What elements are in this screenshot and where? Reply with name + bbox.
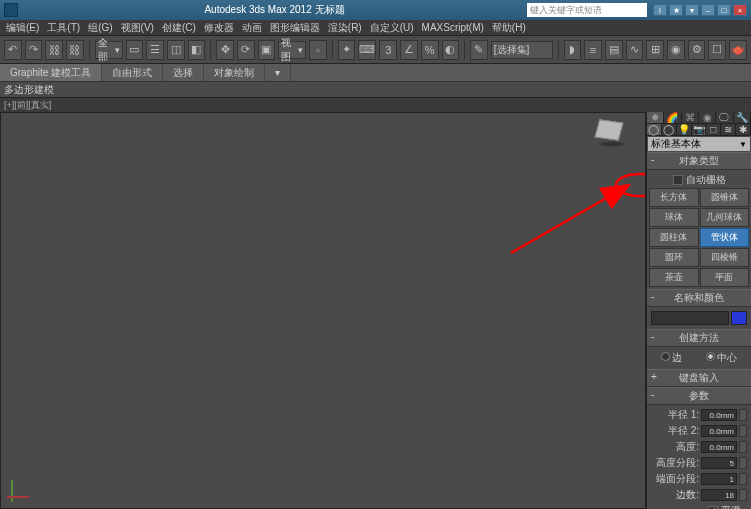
subribbon-label[interactable]: 多边形建模 xyxy=(4,83,54,97)
viewcube[interactable] xyxy=(597,121,627,147)
rollout-name-color[interactable]: 名称和颜色 xyxy=(647,289,751,307)
shapes-subtab-icon[interactable]: ◯ xyxy=(662,124,677,135)
spinner-radius1[interactable]: 0.0mm xyxy=(701,409,737,421)
render-setup-button[interactable]: ⚙ xyxy=(688,40,706,60)
menu-create[interactable]: 创建(C) xyxy=(160,21,198,35)
menu-views[interactable]: 视图(V) xyxy=(119,21,156,35)
spinner-radius2-arrows[interactable] xyxy=(739,425,747,437)
selection-filter-dropdown[interactable]: 全部 ▾ xyxy=(95,41,123,59)
material-editor-button[interactable]: ◉ xyxy=(667,40,685,60)
align-button[interactable]: ≡ xyxy=(584,40,602,60)
viewport-label[interactable]: [+][前][真实] xyxy=(0,98,751,112)
object-color-swatch[interactable] xyxy=(731,311,747,325)
btn-cone[interactable]: 圆锥体 xyxy=(700,188,750,207)
spinner-radius2[interactable]: 0.0mm xyxy=(701,425,737,437)
menu-edit[interactable]: 编辑(E) xyxy=(4,21,41,35)
mirror-button[interactable]: ◗ xyxy=(564,40,582,60)
rollout-params[interactable]: 参数 xyxy=(647,387,751,405)
menu-help[interactable]: 帮助(H) xyxy=(490,21,528,35)
category-dropdown[interactable]: 标准基本体▼ xyxy=(648,137,750,151)
rotate-button[interactable]: ⟳ xyxy=(237,40,255,60)
btn-sphere[interactable]: 球体 xyxy=(649,208,699,227)
scale-button[interactable]: ▣ xyxy=(258,40,276,60)
object-name-input[interactable] xyxy=(651,311,729,325)
select-region-button[interactable]: ◫ xyxy=(167,40,185,60)
cameras-subtab-icon[interactable]: 📷 xyxy=(692,124,707,135)
hierarchy-tab-icon[interactable]: ⌘ xyxy=(682,112,699,123)
radio-edge[interactable] xyxy=(661,352,670,361)
angle-snap-button[interactable]: ∠ xyxy=(400,40,418,60)
star-icon[interactable]: ★ xyxy=(669,4,683,16)
menu-group[interactable]: 组(G) xyxy=(86,21,114,35)
radio-center[interactable] xyxy=(706,352,715,361)
motion-tab-icon[interactable]: ◉ xyxy=(699,112,716,123)
move-button[interactable]: ✥ xyxy=(216,40,234,60)
menu-rendering[interactable]: 渲染(R) xyxy=(326,21,364,35)
window-crossing-button[interactable]: ◧ xyxy=(188,40,206,60)
render-button[interactable]: 🫖 xyxy=(729,40,747,60)
spinner-height-arrows[interactable] xyxy=(739,441,747,453)
modify-tab-icon[interactable]: 🌈 xyxy=(664,112,681,123)
close-button[interactable]: × xyxy=(733,4,747,16)
spinner-radius1-arrows[interactable] xyxy=(739,409,747,421)
spinner-sides-arrows[interactable] xyxy=(739,489,747,501)
spacewarps-subtab-icon[interactable]: ≋ xyxy=(721,124,736,135)
menu-maxscript[interactable]: MAXScript(M) xyxy=(420,22,486,33)
btn-teapot[interactable]: 茶壶 xyxy=(649,268,699,287)
viewport[interactable] xyxy=(0,112,646,509)
render-frame-button[interactable]: ☐ xyxy=(708,40,726,60)
systems-subtab-icon[interactable]: ✱ xyxy=(736,124,751,135)
redo-button[interactable]: ↷ xyxy=(25,40,43,60)
undo-button[interactable]: ↶ xyxy=(4,40,22,60)
percent-snap-button[interactable]: % xyxy=(421,40,439,60)
ribbon-tab-paint[interactable]: 对象绘制 xyxy=(204,64,265,81)
layers-button[interactable]: ▤ xyxy=(605,40,623,60)
menu-customize[interactable]: 自定义(U) xyxy=(368,21,416,35)
rollout-keyboard-entry[interactable]: +键盘输入 xyxy=(647,369,751,387)
named-selection-edit-button[interactable]: ✎ xyxy=(470,40,488,60)
spinner-height[interactable]: 0.0mm xyxy=(701,441,737,453)
ref-coord-dropdown[interactable]: 视图 ▾ xyxy=(278,41,306,59)
rollout-create-method[interactable]: 创建方法 xyxy=(647,329,751,347)
spinner-snap-button[interactable]: ◐ xyxy=(442,40,460,60)
create-tab-icon[interactable]: ✸ xyxy=(647,112,664,123)
menu-modifiers[interactable]: 修改器 xyxy=(202,21,236,35)
rollout-object-type[interactable]: 对象类型 xyxy=(647,152,751,170)
btn-tube[interactable]: 管状体 xyxy=(700,228,750,247)
snap-toggle-button[interactable]: 3 xyxy=(379,40,397,60)
keyboard-shortcut-button[interactable]: ⌨ xyxy=(358,40,376,60)
btn-box[interactable]: 长方体 xyxy=(649,188,699,207)
maximize-button[interactable]: □ xyxy=(717,4,731,16)
spinner-capsegs[interactable]: 1 xyxy=(701,473,737,485)
spinner-capsegs-arrows[interactable] xyxy=(739,473,747,485)
ribbon-tab-graphite[interactable]: Graphite 建模工具 xyxy=(0,64,102,81)
btn-geosphere[interactable]: 几何球体 xyxy=(700,208,750,227)
btn-pyramid[interactable]: 四棱锥 xyxy=(700,248,750,267)
named-selection-dropdown[interactable]: [选择集] xyxy=(491,41,553,59)
app-icon[interactable] xyxy=(4,3,18,17)
menu-animation[interactable]: 动画 xyxy=(240,21,264,35)
ribbon-tab-freeform[interactable]: 自由形式 xyxy=(102,64,163,81)
spinner-heightsegs-arrows[interactable] xyxy=(739,457,747,469)
ribbon-tab-selection[interactable]: 选择 xyxy=(163,64,204,81)
btn-plane[interactable]: 平面 xyxy=(700,268,750,287)
autogrid-checkbox[interactable] xyxy=(673,175,683,185)
help-search-input[interactable]: 键入关键字或短语 xyxy=(527,3,647,17)
spinner-heightsegs[interactable]: 5 xyxy=(701,457,737,469)
lights-subtab-icon[interactable]: 💡 xyxy=(677,124,692,135)
ribbon-collapse-icon[interactable]: ▾ xyxy=(265,64,291,81)
btn-cylinder[interactable]: 圆柱体 xyxy=(649,228,699,247)
select-object-button[interactable]: ▭ xyxy=(126,40,144,60)
menu-tools[interactable]: 工具(T) xyxy=(45,21,82,35)
unlink-button[interactable]: ⛓ xyxy=(66,40,84,60)
signin-icon[interactable]: ▾ xyxy=(685,4,699,16)
info-icon[interactable]: i xyxy=(653,4,667,16)
curve-editor-button[interactable]: ∿ xyxy=(626,40,644,60)
schematic-view-button[interactable]: ⊞ xyxy=(646,40,664,60)
link-button[interactable]: ⛓ xyxy=(45,40,63,60)
pivot-button[interactable]: ◦ xyxy=(309,40,327,60)
select-by-name-button[interactable]: ☰ xyxy=(146,40,164,60)
helpers-subtab-icon[interactable]: □ xyxy=(706,124,721,135)
manipulate-button[interactable]: ✦ xyxy=(338,40,356,60)
menu-graph-editors[interactable]: 图形编辑器 xyxy=(268,21,322,35)
